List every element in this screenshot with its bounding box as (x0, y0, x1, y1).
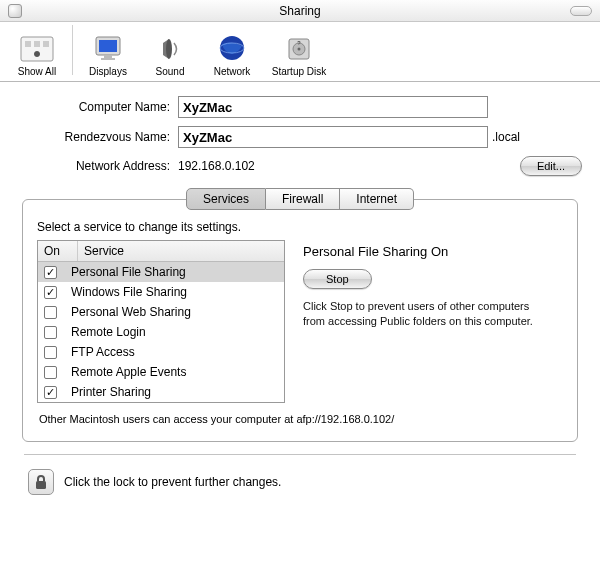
lock-icon (34, 474, 48, 490)
toolbar-label: Sound (156, 66, 185, 77)
rendezvous-name-input[interactable] (178, 126, 488, 148)
rendezvous-name-label: Rendezvous Name: (18, 130, 178, 144)
services-table: On Service ✓Personal File Sharing✓Window… (37, 240, 285, 403)
service-row[interactable]: ✓Printer Sharing (38, 382, 284, 402)
access-footer: Other Macintosh users can access your co… (39, 413, 561, 425)
computer-name-label: Computer Name: (18, 100, 178, 114)
toolbar-displays[interactable]: Displays (77, 30, 139, 79)
toolbar-label: Displays (89, 66, 127, 77)
service-checkbox[interactable]: ✓ (44, 266, 57, 279)
col-header-service[interactable]: Service (78, 241, 284, 261)
svg-point-8 (166, 39, 172, 59)
service-label: Personal File Sharing (71, 265, 186, 279)
service-row[interactable]: ✓Windows File Sharing (38, 282, 284, 302)
services-pane: Select a service to change its settings.… (22, 199, 578, 442)
service-checkbox[interactable] (44, 366, 57, 379)
toolbar-separator (72, 25, 73, 75)
col-header-on[interactable]: On (38, 241, 78, 261)
svg-rect-6 (104, 55, 112, 58)
window-title: Sharing (279, 4, 320, 18)
edit-button[interactable]: Edit... (520, 156, 582, 176)
service-label: Windows File Sharing (71, 285, 187, 299)
globe-icon (214, 30, 250, 66)
toolbar-label: Startup Disk (272, 66, 326, 77)
svg-rect-0 (21, 37, 53, 61)
service-row[interactable]: Remote Login (38, 322, 284, 342)
tab-bar: Services Firewall Internet (186, 188, 414, 210)
speaker-icon (152, 30, 188, 66)
service-row[interactable]: Remote Apple Events (38, 362, 284, 382)
lock-button[interactable] (28, 469, 54, 495)
service-label: Remote Apple Events (71, 365, 186, 379)
service-label: Personal Web Sharing (71, 305, 191, 319)
service-checkbox[interactable]: ✓ (44, 286, 57, 299)
svg-rect-1 (25, 41, 31, 47)
tab-firewall[interactable]: Firewall (266, 188, 340, 210)
toolbar-network[interactable]: Network (201, 30, 263, 79)
close-button[interactable] (8, 4, 22, 18)
lock-text: Click the lock to prevent further change… (64, 475, 281, 489)
minimize-button[interactable] (570, 6, 592, 16)
toolbar-show-all[interactable]: Show All (6, 30, 68, 79)
service-label: FTP Access (71, 345, 135, 359)
service-checkbox[interactable] (44, 326, 57, 339)
svg-rect-5 (99, 40, 117, 52)
svg-rect-7 (101, 58, 115, 60)
detail-title: Personal File Sharing On (303, 244, 563, 259)
toolbar-label: Network (214, 66, 251, 77)
svg-rect-15 (36, 481, 46, 489)
titlebar: Sharing (0, 0, 600, 22)
computer-name-input[interactable] (178, 96, 488, 118)
service-detail: Personal File Sharing On Stop Click Stop… (303, 240, 563, 403)
service-row[interactable]: Personal Web Sharing (38, 302, 284, 322)
network-address-value: 192.168.0.102 (178, 159, 520, 173)
toolbar: Show All Displays Sound (0, 22, 600, 82)
tab-internet[interactable]: Internet (340, 188, 414, 210)
svg-point-13 (298, 48, 301, 51)
svg-rect-2 (34, 41, 40, 47)
toolbar-startup-disk[interactable]: ? Startup Disk (263, 30, 335, 79)
stop-button[interactable]: Stop (303, 269, 372, 289)
service-checkbox[interactable] (44, 346, 57, 359)
apple-grid-icon (19, 30, 55, 66)
service-checkbox[interactable]: ✓ (44, 386, 57, 399)
service-checkbox[interactable] (44, 306, 57, 319)
toolbar-label: Show All (18, 66, 56, 77)
services-prompt: Select a service to change its settings. (37, 220, 563, 234)
service-row[interactable]: FTP Access (38, 342, 284, 362)
detail-help-text: Click Stop to prevent users of other com… (303, 299, 533, 329)
service-label: Printer Sharing (71, 385, 151, 399)
toolbar-sound[interactable]: Sound (139, 30, 201, 79)
disk-icon: ? (281, 30, 317, 66)
service-label: Remote Login (71, 325, 146, 339)
display-icon (90, 30, 126, 66)
tab-services[interactable]: Services (186, 188, 266, 210)
content-area: Computer Name: Rendezvous Name: .local N… (0, 82, 600, 509)
rendezvous-suffix: .local (492, 130, 520, 144)
svg-rect-3 (43, 41, 49, 47)
service-row[interactable]: ✓Personal File Sharing (38, 262, 284, 282)
network-address-label: Network Address: (18, 159, 178, 173)
